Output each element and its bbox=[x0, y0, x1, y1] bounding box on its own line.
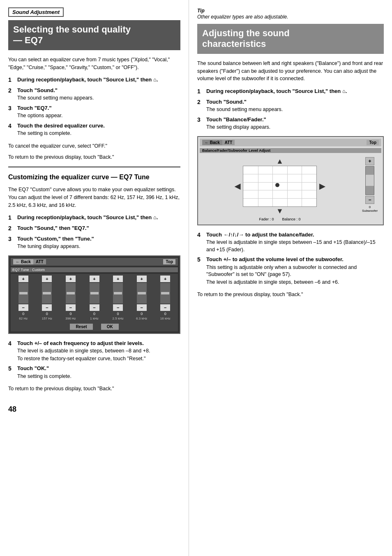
band-2-5khz-plus[interactable]: + bbox=[113, 276, 123, 282]
eq7-tune-intro: The EQ7 "Custom" curve allows you to mak… bbox=[8, 186, 180, 209]
bal-step-3: 3 Touch "Balance/Fader." The setting dis… bbox=[197, 116, 384, 131]
eq7-reset-button[interactable]: Reset bbox=[70, 324, 92, 330]
sub-value-label: 0 bbox=[369, 205, 371, 209]
band-1khz: + − 0 1 kHz bbox=[83, 276, 106, 320]
eq7-bands-container: + − 0 62 Hz + − 0 157 Hz bbox=[11, 274, 178, 322]
band-62hz-plus[interactable]: + bbox=[18, 276, 28, 282]
return-note: To return to the previous display, touch… bbox=[8, 153, 180, 161]
balance-controls-area: ▲ ◀ bbox=[200, 155, 381, 223]
tune-step-4: 4 Touch +/– of each frequency to adjust … bbox=[8, 340, 180, 363]
balance-grid bbox=[243, 166, 317, 207]
band-157hz: + − 0 157 Hz bbox=[36, 276, 58, 320]
cancel-note: To cancel the equalizer curve, select "O… bbox=[8, 142, 180, 150]
tune-step-3: 3 Touch "Custom," then "Tune." The tunin… bbox=[8, 235, 180, 250]
section-divider bbox=[8, 167, 180, 167]
eq7-tune-title: Customizing the equalizer curve — EQ7 Tu… bbox=[8, 173, 180, 182]
band-62hz: + − 0 62 Hz bbox=[12, 276, 35, 320]
section-label: Sound Adjustment bbox=[8, 7, 64, 17]
main-title-box: Selecting the sound quality — EQ7 bbox=[8, 20, 180, 50]
band-157hz-plus[interactable]: + bbox=[42, 276, 52, 282]
balance-diagram: ← Back ATT Top Balance/Fader/Subwoofer L… bbox=[197, 136, 384, 225]
eq7-tune-steps: 1 During reception/playback, touch "Sour… bbox=[8, 214, 180, 250]
band-396hz-minus[interactable]: − bbox=[66, 304, 76, 311]
up-arrow[interactable]: ▲ bbox=[202, 157, 357, 166]
bal-step-1: 1 During reception/playback, touch "Sour… bbox=[197, 88, 384, 96]
down-arrow[interactable]: ▼ bbox=[202, 207, 357, 215]
step-2: 2 Touch "Sound." The sound setting menu … bbox=[8, 87, 180, 102]
balance-intro: The sound balance between left and right… bbox=[197, 60, 384, 83]
step-4: 4 Touch the desired equalizer curve. The… bbox=[8, 122, 180, 137]
page-number: 48 bbox=[8, 405, 16, 413]
right-arrow[interactable]: ▶ bbox=[319, 182, 325, 191]
band-16khz: + − 0 16 kHz bbox=[154, 276, 176, 320]
right-main-title: Adjusting the sound characteristics bbox=[202, 28, 379, 50]
balance-top-bar: ← Back ATT Top bbox=[200, 139, 381, 146]
bal-step-4: 4 Touch ←/↑/↓/→ to adjust the balance/fa… bbox=[197, 231, 384, 254]
band-6-3khz-plus[interactable]: + bbox=[137, 276, 147, 282]
balance-final-steps: 4 Touch ←/↑/↓/→ to adjust the balance/fa… bbox=[197, 231, 384, 286]
eq7-diagram: ← Back ATT Top EQ7 Tune : Custom + − 0 6… bbox=[8, 255, 180, 334]
right-title-box: Adjusting the sound characteristics bbox=[197, 24, 384, 54]
sub-level-bar bbox=[365, 166, 374, 195]
sub-minus-button[interactable]: − bbox=[365, 196, 374, 204]
band-2-5khz: + − 0 2.5 kHz bbox=[107, 276, 129, 320]
eq7-action-buttons: Reset OK bbox=[11, 322, 178, 331]
bal-step-5: 5 Touch +/– to adjust the volume level o… bbox=[197, 256, 384, 286]
eq7-att-button[interactable]: ATT bbox=[33, 259, 46, 264]
bal-step-2: 2 Touch "Sound." The sound setting menu … bbox=[197, 98, 384, 114]
band-396hz: + − 0 396 Hz bbox=[60, 276, 82, 320]
balance-return-note: To return to the previous display, touch… bbox=[197, 291, 384, 299]
eq7-steps: 1 During reception/playback, touch "Sour… bbox=[8, 76, 180, 137]
tune-step-1: 1 During reception/playback, touch "Sour… bbox=[8, 214, 180, 222]
band-16khz-minus[interactable]: − bbox=[160, 304, 170, 311]
left-arrow[interactable]: ◀ bbox=[235, 182, 240, 191]
page-number-area: 48 bbox=[8, 405, 180, 414]
band-2-5khz-minus[interactable]: − bbox=[113, 304, 123, 311]
balance-values: Fader : 0 Balance : 0 bbox=[202, 217, 357, 221]
band-62hz-minus[interactable]: − bbox=[18, 304, 28, 311]
balance-label: Balance/Fader/Subwoofer Level Adjust bbox=[200, 148, 381, 153]
right-column: Tip Other equalizer types are also adjus… bbox=[189, 0, 392, 556]
left-column: Sound Adjustment Selecting the sound qua… bbox=[0, 0, 189, 556]
tip-text: Other equalizer types are also adjustabl… bbox=[197, 14, 288, 20]
return-note-2: To return to the previous display, touch… bbox=[8, 385, 180, 393]
band-1khz-plus[interactable]: + bbox=[90, 276, 99, 282]
balance-top-button[interactable]: Top bbox=[367, 140, 379, 145]
balance-indicator bbox=[275, 183, 279, 187]
balance-back-button[interactable]: ← Back bbox=[202, 140, 222, 145]
balance-steps: 1 During reception/playback, touch "Sour… bbox=[197, 88, 384, 131]
tip-title: Tip bbox=[197, 8, 205, 14]
eq7-intro: You can select an equalizer curve from 7… bbox=[8, 56, 180, 72]
band-6-3khz: + − 0 6.3 kHz bbox=[131, 276, 153, 320]
step-1: 1 During reception/playback, touch "Sour… bbox=[8, 76, 180, 84]
band-1khz-minus[interactable]: − bbox=[90, 304, 99, 311]
eq7-top-bar: ← Back ATT Top bbox=[11, 258, 178, 266]
band-16khz-plus[interactable]: + bbox=[160, 276, 170, 282]
eq7-mode-label: EQ7 Tune : Custom bbox=[11, 267, 178, 272]
fader-value: Fader : 0 bbox=[259, 217, 274, 221]
band-6-3khz-minus[interactable]: − bbox=[137, 304, 147, 311]
main-title: Selecting the sound quality — EQ7 bbox=[13, 24, 175, 46]
eq7-final-steps: 4 Touch +/– of each frequency to adjust … bbox=[8, 340, 180, 380]
balance-value: Balance : 0 bbox=[282, 217, 301, 221]
step-3: 3 Touch "EQ7." The options appear. bbox=[8, 104, 180, 120]
sub-plus-button[interactable]: + bbox=[365, 157, 374, 165]
balance-grid-area: ▲ ◀ bbox=[202, 157, 357, 221]
eq7-back-button[interactable]: ← Back bbox=[13, 259, 33, 264]
subwoofer-label: Subwoofer bbox=[362, 209, 378, 213]
eq7-ok-button[interactable]: OK bbox=[101, 324, 119, 330]
subwoofer-control: + − 0 Subwoofer bbox=[361, 157, 379, 213]
tip-section: Tip Other equalizer types are also adjus… bbox=[197, 7, 384, 20]
tune-step-2: 2 Touch "Sound," then "EQ7." bbox=[8, 225, 180, 233]
band-396hz-plus[interactable]: + bbox=[66, 276, 76, 282]
eq7-top-button[interactable]: Top bbox=[163, 259, 175, 264]
balance-att-button[interactable]: ATT bbox=[222, 140, 235, 145]
band-157hz-minus[interactable]: − bbox=[42, 304, 52, 311]
tune-step-5: 5 Touch "OK." The setting is complete. bbox=[8, 365, 180, 380]
